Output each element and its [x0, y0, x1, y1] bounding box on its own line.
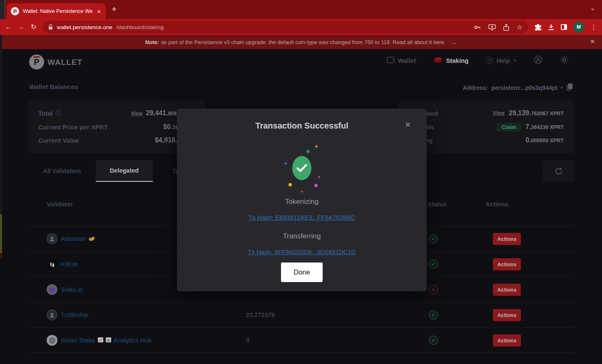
actions-button[interactable]: Actions [493, 309, 521, 321]
banner-close-icon[interactable]: ✕ [590, 38, 595, 45]
nav-wallet[interactable]: Wallet [387, 57, 416, 64]
view-total-link[interactable]: View [131, 111, 142, 116]
extensions-puzzle-icon[interactable] [535, 24, 542, 31]
wallet-icon [387, 57, 395, 64]
actions-button[interactable]: Actions [493, 258, 521, 270]
profile-avatar[interactable]: M [573, 22, 584, 32]
address-value: persistenc...p0s3q944pt [491, 84, 557, 91]
nav-staking-label: Staking [446, 57, 468, 64]
address-label: Address: [463, 84, 488, 91]
confetti-dot [306, 150, 310, 153]
tx-hash-link-tokenizing[interactable]: Tx Hash: E683812AE3...FF0A702B6C [177, 214, 427, 221]
staking-coins-icon [433, 57, 443, 65]
note-text[interactable]: as part of the Persistence v3 chain upgr… [161, 39, 445, 45]
forward-button[interactable]: → [18, 24, 25, 30]
tx-hash-link-transferring[interactable]: Tx Hash: 9FF9A020D6...3D0491DC1D [177, 248, 427, 255]
tab-delegated[interactable]: Delegated [96, 160, 153, 182]
status-icon: ✓ [429, 234, 438, 243]
chevron-down-icon: ▾ [514, 58, 516, 63]
modal-close-icon[interactable]: ✕ [405, 120, 411, 129]
arrow-right-icon[interactable]: → [450, 39, 457, 46]
downloads-icon[interactable] [548, 24, 555, 30]
chevron-down-icon: ▾ [561, 85, 563, 90]
confetti-star [314, 144, 318, 149]
url-path: /dashboard/staking [116, 24, 164, 30]
status-icon: × [429, 285, 438, 294]
refresh-button[interactable] [543, 160, 575, 182]
reload-button[interactable]: ↻ [31, 24, 36, 30]
confetti-star [317, 175, 321, 179]
lock-icon [48, 24, 53, 30]
side-panel-icon[interactable] [561, 24, 567, 30]
table-row: Smart Stake Analytics Hub 0 ✓ Actions [28, 327, 575, 353]
total-label-row: Total i [38, 110, 62, 117]
theme-toggle-sun-icon[interactable] [560, 55, 569, 66]
rewards-value: 7.364230 XPRT [525, 123, 564, 131]
validator-avatar [47, 335, 57, 346]
confetti-star [300, 190, 304, 193]
help-icon: ? [486, 57, 493, 64]
validator-link[interactable]: Smart Stake Analytics Hub [61, 337, 152, 344]
url-bar[interactable]: wallet.persistence.one /dashboard/stakin… [42, 21, 528, 33]
desktop-sliver [0, 35, 2, 214]
validator-link[interactable]: Atlassian [61, 235, 95, 242]
status-icon: ✓ [429, 336, 438, 345]
handshake-emoji [88, 236, 95, 241]
actions-button[interactable]: Actions [493, 233, 521, 245]
password-key-icon[interactable] [474, 24, 481, 30]
validator-avatar [47, 259, 57, 270]
nav-staking[interactable]: Staking [433, 57, 468, 65]
claim-button[interactable]: Claim [497, 123, 521, 131]
tab-search-chevron-icon[interactable]: ⌄ [590, 4, 595, 12]
note-label: Note: [145, 39, 159, 45]
back-button[interactable]: ← [5, 24, 12, 30]
validator-avatar [47, 284, 57, 295]
nav-help[interactable]: ? Help ▾ [486, 57, 516, 64]
status-icon: ✓ [429, 310, 438, 319]
done-button[interactable]: Done [281, 262, 323, 282]
view-delegations-link[interactable]: View [493, 110, 505, 116]
share-icon[interactable] [503, 24, 509, 31]
page-title: Wallet Balances [29, 83, 78, 91]
url-domain: wallet.persistence.one [57, 24, 112, 30]
nav-help-label: Help [496, 57, 510, 64]
install-app-icon[interactable] [488, 24, 496, 30]
actions-button[interactable]: Actions [493, 334, 521, 347]
bookmark-star-icon[interactable]: ☆ [517, 23, 522, 31]
browser-window: P Wallet: Native Persistence Wel × + ⌄ ←… [0, 0, 602, 364]
validator-link[interactable]: Staky.io [61, 286, 82, 293]
confetti-dot [314, 184, 318, 187]
browser-tab[interactable]: P Wallet: Native Persistence Wel × [7, 3, 106, 19]
nav-wallet-label: Wallet [398, 57, 416, 64]
validator-avatar [47, 233, 57, 244]
tab-all-validators[interactable]: All Validators [28, 160, 96, 182]
new-tab-button[interactable]: + [112, 4, 117, 14]
table-row: Turtleship 23.272379 ✓ Actions [28, 302, 575, 327]
account-icon[interactable] [534, 55, 542, 66]
copy-address-icon[interactable] [566, 83, 573, 92]
validator-avatar [47, 310, 57, 320]
confetti-dot [289, 183, 292, 186]
confetti-star [284, 161, 288, 166]
browser-tab-bar: P Wallet: Native Persistence Wel × + ⌄ [0, 0, 602, 19]
app-nav: Wallet Staking ? Help ▾ [387, 55, 569, 66]
validator-link[interactable]: KitKat [61, 260, 77, 267]
staked-amount: 0 [246, 337, 249, 344]
tab-close-icon[interactable]: × [96, 8, 102, 15]
persistence-logo-icon[interactable]: P [29, 54, 44, 69]
tab-title: Wallet: Native Persistence Wel [23, 8, 92, 14]
staked-amount: 23.272379 [246, 312, 275, 318]
step-transferring-label: Transferring [177, 232, 427, 240]
current-value-label: Current Value [38, 137, 79, 144]
success-check-icon [292, 156, 311, 180]
address-selector[interactable]: Address: persistenc...p0s3q944pt ▾ [463, 83, 573, 92]
refresh-icon [555, 167, 563, 175]
validator-link[interactable]: Turtleship [61, 311, 88, 318]
browser-toolbar: ← → ↻ wallet.persistence.one /dashboard/… [0, 19, 602, 35]
actions-button[interactable]: Actions [493, 284, 521, 296]
info-icon[interactable]: i [56, 110, 62, 116]
col-status: Status [428, 201, 447, 208]
delegated-value: 29,139.762067 XPRT [509, 109, 564, 117]
browser-menu-icon[interactable]: ⋮ [590, 23, 597, 31]
desktop-sliver [0, 253, 2, 259]
